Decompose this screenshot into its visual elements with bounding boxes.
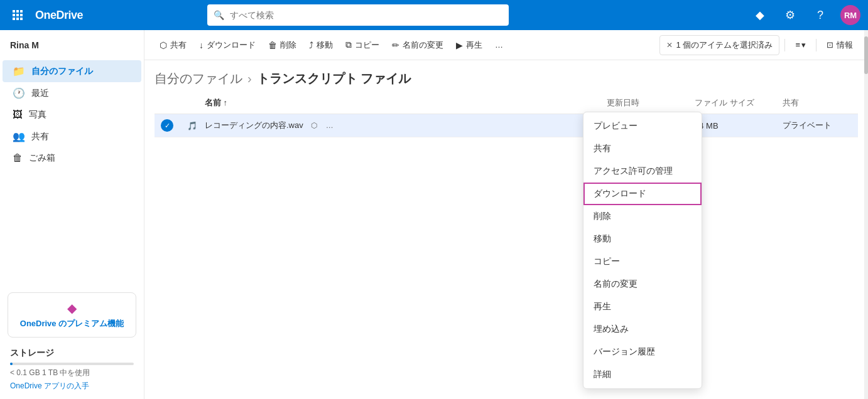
breadcrumb-current: トランスクリプト ファイル [257, 70, 411, 87]
storage-title: ストレージ [10, 348, 134, 359]
share-icon: 👥 [13, 130, 25, 142]
col-modified-header[interactable]: 更新日時 [607, 97, 695, 109]
premium-gem-icon[interactable]: ◆ [750, 5, 770, 25]
rename-icon: ✏ [392, 40, 399, 50]
selected-label: 1 個のアイテムを選択済み [676, 40, 773, 51]
sidebar-label-shared: 共有 [31, 131, 49, 142]
info-button[interactable]: ⊡ 情報 [822, 36, 858, 55]
move-icon: ⤴ [309, 40, 313, 50]
folder-icon: 📁 [13, 65, 25, 77]
delete-icon: 🗑 [268, 40, 277, 50]
avatar[interactable]: RM [840, 5, 860, 25]
search-input[interactable] [207, 4, 509, 26]
premium-text: OneDrive のプレミアム機能 [16, 318, 128, 329]
toolbar-sep [784, 39, 785, 51]
ctx-move[interactable]: 移動 [583, 228, 702, 250]
move-button[interactable]: ⤴ 移動 [304, 36, 338, 55]
share-toolbar-icon: ⬡ [160, 40, 167, 50]
ctx-share[interactable]: 共有 [583, 137, 702, 160]
svg-rect-6 [13, 18, 15, 20]
delete-label: 削除 [280, 40, 296, 51]
help-icon[interactable]: ? [810, 5, 830, 25]
download-icon: ↓ [199, 40, 203, 50]
scroll-thumb[interactable] [864, 36, 868, 74]
sidebar-item-shared[interactable]: 👥 共有 [3, 125, 141, 147]
rename-button[interactable]: ✏ 名前の変更 [387, 36, 448, 55]
storage-bar [10, 363, 13, 365]
ctx-detail[interactable]: 詳細 [583, 363, 702, 386]
sidebar-item-photos[interactable]: 🖼 写真 [3, 104, 141, 125]
svg-rect-1 [16, 10, 19, 13]
file-actions: ⬡ … [308, 120, 336, 131]
more-label: … [495, 40, 503, 50]
sidebar: Rina M 📁 自分のファイル 🕐 最近 🖼 写真 👥 共有 🗑 ごみ箱 ◆ … [0, 30, 144, 399]
breadcrumb-parent[interactable]: 自分のファイル [155, 70, 242, 87]
ctx-download[interactable]: ダウンロード [583, 183, 702, 205]
share-label: 共有 [170, 40, 187, 51]
search-icon: 🔍 [214, 10, 224, 20]
copy-icon: ⧉ [345, 40, 352, 50]
app-logo[interactable]: OneDrive [35, 9, 83, 22]
svg-rect-3 [13, 14, 15, 16]
premium-promo[interactable]: ◆ OneDrive のプレミアム機能 [8, 292, 136, 338]
svg-rect-4 [16, 14, 19, 16]
file-type-icon: 🎵 [180, 121, 205, 130]
header: OneDrive 🔍 ◆ ⚙ ? RM [0, 0, 868, 30]
svg-rect-5 [20, 14, 23, 16]
row-check[interactable]: ✓ [155, 119, 180, 132]
scrollbar[interactable] [864, 30, 868, 399]
search-container: 🔍 [207, 4, 509, 26]
svg-rect-7 [16, 18, 19, 20]
name-header-label: 名前 ↑ [205, 97, 227, 109]
file-size: 34 MB [695, 121, 783, 130]
sidebar-item-trash[interactable]: 🗑 ごみ箱 [3, 147, 141, 169]
rename-label: 名前の変更 [403, 40, 443, 51]
copy-label: コピー [355, 40, 379, 51]
file-table: 名前 ↑ 更新日時 ファイル サイズ 共有 ✓ 🎵 レコーディングの内容 [144, 92, 868, 399]
storage-bar-wrap [10, 363, 134, 365]
col-name-header[interactable]: 名前 ↑ [205, 97, 607, 109]
sidebar-storage: ストレージ < 0.1 GB 1 TB 中を使用 OneDrive アプリの入手 [0, 343, 144, 394]
sidebar-item-recent[interactable]: 🕐 最近 [3, 82, 141, 104]
ctx-play[interactable]: 再生 [583, 295, 702, 318]
table-row[interactable]: ✓ 🎵 レコーディングの内容.wav ⬡ … 34 MB プライベート [155, 114, 858, 137]
header-right: ◆ ⚙ ? RM [750, 5, 860, 25]
settings-icon[interactable]: ⚙ [780, 5, 800, 25]
ctx-rename[interactable]: 名前の変更 [583, 273, 702, 295]
svg-rect-0 [13, 10, 15, 13]
modified-header-label: 更新日時 [607, 98, 639, 107]
apps-icon[interactable] [8, 5, 28, 25]
more-button[interactable]: … [490, 36, 508, 53]
view-toggle[interactable]: ≡ ▾ [790, 36, 811, 53]
info-label: 情報 [837, 40, 853, 51]
ctx-access[interactable]: アクセス許可の管理 [583, 160, 702, 183]
main-content: ⬡ 共有 ↓ ダウンロード 🗑 削除 ⤴ 移動 ⧉ コピー ✏ 名前の変更 [144, 30, 868, 399]
info-panel-icon: ⊡ [827, 40, 833, 50]
size-header-label: ファイル サイズ [695, 98, 754, 107]
photo-icon: 🖼 [13, 109, 23, 120]
download-button[interactable]: ↓ ダウンロード [194, 36, 261, 55]
context-menu: プレビュー 共有 アクセス許可の管理 ダウンロード 削除 移動 コピー 名前の変… [583, 112, 702, 389]
file-name-cell: レコーディングの内容.wav ⬡ … [205, 120, 607, 131]
col-shared-header[interactable]: 共有 [783, 97, 858, 109]
storage-app-link[interactable]: OneDrive アプリの入手 [10, 381, 134, 391]
col-size-header[interactable]: ファイル サイズ [695, 97, 783, 109]
selected-count[interactable]: ✕ 1 個のアイテムを選択済み [659, 35, 780, 55]
sidebar-user: Rina M [0, 35, 144, 60]
copy-button[interactable]: ⧉ コピー [340, 36, 384, 55]
sidebar-label-photos: 写真 [29, 109, 46, 120]
share-button[interactable]: ⬡ 共有 [155, 36, 192, 55]
ctx-version[interactable]: バージョン履歴 [583, 341, 702, 363]
delete-button[interactable]: 🗑 削除 [263, 36, 301, 55]
file-share-action[interactable]: ⬡ [308, 120, 320, 131]
ctx-preview[interactable]: プレビュー [583, 115, 702, 137]
play-button[interactable]: ▶ 再生 [451, 36, 487, 55]
sidebar-item-my-files[interactable]: 📁 自分のファイル [3, 60, 141, 82]
check-circle-icon: ✓ [161, 119, 173, 132]
sidebar-label-recent: 最近 [31, 88, 49, 99]
toolbar-sep2 [816, 39, 816, 51]
ctx-delete[interactable]: 削除 [583, 205, 702, 228]
ctx-embed[interactable]: 埋め込み [583, 318, 702, 341]
ctx-copy[interactable]: コピー [583, 250, 702, 273]
file-more-action[interactable]: … [323, 120, 336, 131]
